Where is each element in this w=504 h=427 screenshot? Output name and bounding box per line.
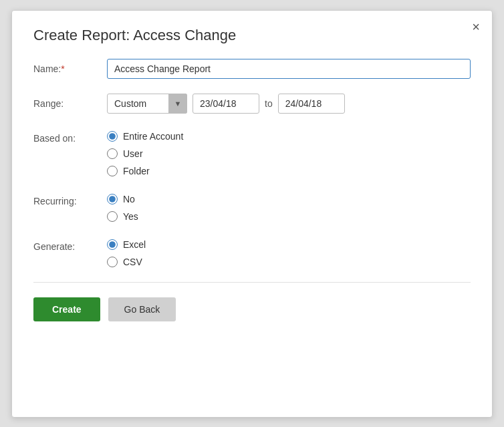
- recurring-options: No Yes: [107, 191, 471, 222]
- recurring-no-radio[interactable]: [107, 194, 118, 204]
- generate-row: Generate: Excel CSV: [33, 237, 471, 267]
- recurring-no-label: No: [123, 194, 135, 204]
- recurring-yes-label: Yes: [123, 211, 138, 222]
- generate-label: Generate:: [33, 237, 107, 252]
- based-on-options: Entire Account User Folder: [107, 128, 471, 176]
- generate-csv-label: CSV: [123, 257, 142, 267]
- recurring-yes-radio[interactable]: [107, 211, 118, 222]
- generate-csv[interactable]: CSV: [107, 257, 471, 267]
- based-on-folder[interactable]: Folder: [107, 166, 471, 176]
- based-on-label: Based on:: [33, 128, 107, 144]
- generate-csv-radio[interactable]: [107, 257, 118, 267]
- based-on-entire-account[interactable]: Entire Account: [107, 131, 471, 142]
- name-input[interactable]: [107, 59, 471, 79]
- go-back-button[interactable]: Go Back: [108, 297, 176, 321]
- based-on-user-label: User: [123, 148, 143, 159]
- footer-divider: [33, 282, 471, 283]
- name-label: Name:*: [33, 59, 107, 74]
- dialog-title: Create Report: Access Change: [33, 27, 471, 44]
- generate-options: Excel CSV: [107, 237, 471, 267]
- create-button[interactable]: Create: [33, 297, 100, 321]
- close-button[interactable]: ×: [472, 20, 480, 33]
- based-on-user-radio[interactable]: [107, 148, 118, 159]
- generate-excel-radio[interactable]: [107, 239, 118, 250]
- based-on-entire-account-radio[interactable]: [107, 131, 118, 142]
- to-separator: to: [265, 98, 273, 109]
- footer-buttons: Create Go Back: [33, 297, 471, 321]
- date-to-input[interactable]: [278, 94, 345, 114]
- range-row: Range: Custom Today This Week This Month…: [33, 94, 471, 114]
- based-on-user[interactable]: User: [107, 148, 471, 159]
- range-controls: Custom Today This Week This Month ▼ to: [107, 94, 471, 114]
- create-report-dialog: × Create Report: Access Change Name:* Ra…: [11, 10, 493, 418]
- recurring-row: Recurring: No Yes: [33, 191, 471, 222]
- recurring-yes[interactable]: Yes: [107, 211, 471, 222]
- range-select-wrapper: Custom Today This Week This Month ▼: [107, 94, 187, 114]
- based-on-entire-account-label: Entire Account: [123, 131, 183, 142]
- based-on-folder-radio[interactable]: [107, 166, 118, 176]
- recurring-label: Recurring:: [33, 191, 107, 206]
- date-from-input[interactable]: [193, 94, 259, 114]
- based-on-row: Based on: Entire Account User Folder: [33, 128, 471, 176]
- range-select[interactable]: Custom Today This Week This Month: [107, 94, 187, 114]
- based-on-folder-label: Folder: [123, 166, 150, 176]
- generate-excel[interactable]: Excel: [107, 239, 471, 250]
- generate-excel-label: Excel: [123, 239, 146, 250]
- recurring-no[interactable]: No: [107, 194, 471, 204]
- name-field-wrapper: [107, 59, 471, 79]
- range-label: Range:: [33, 94, 107, 109]
- name-row: Name:*: [33, 59, 471, 79]
